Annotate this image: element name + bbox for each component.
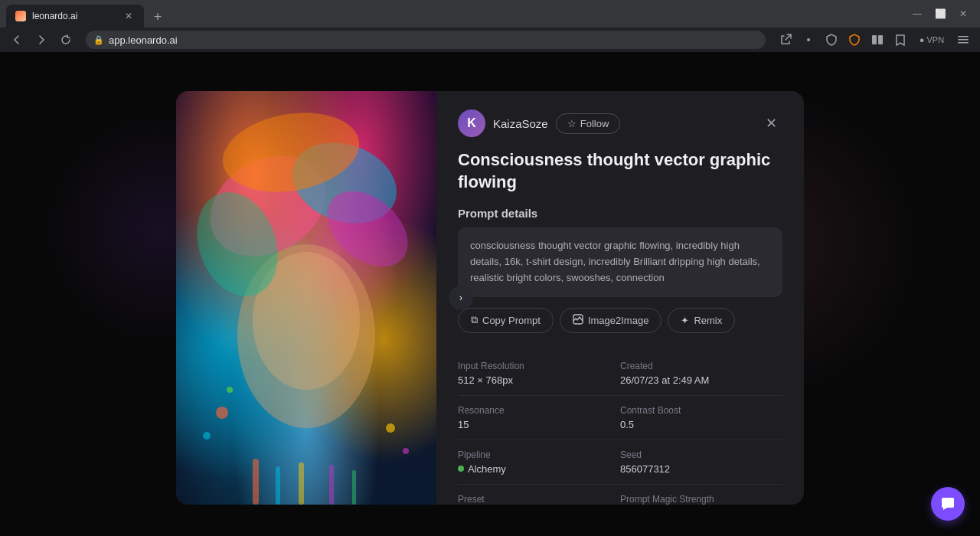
prompt-details-label: Prompt details [458, 207, 782, 220]
svg-rect-1 [872, 35, 877, 44]
svg-point-19 [203, 432, 211, 440]
notification-icon[interactable] [844, 29, 865, 51]
action-buttons: ⧉ Copy Prompt Image2Image ✦ Remix [458, 308, 782, 333]
address-bar[interactable]: 🔒 app.leonardo.ai [86, 31, 766, 49]
remix-button[interactable]: ✦ Remix [668, 308, 735, 333]
metadata-item: Resonance15 [458, 396, 620, 440]
svg-rect-4 [958, 39, 969, 41]
maximize-button[interactable]: ⬜ [929, 3, 951, 25]
lock-icon: 🔒 [93, 35, 104, 45]
svg-rect-13 [253, 459, 259, 505]
metadata-item: Seed856077312 [620, 440, 782, 485]
i2i-icon [573, 314, 583, 327]
metadata-label: Created [620, 361, 782, 371]
tab-favicon [15, 11, 26, 21]
user-info: K KaizaSoze ☆ Follow [458, 109, 620, 137]
share-button[interactable] [775, 29, 796, 51]
image2image-button[interactable]: Image2Image [560, 308, 662, 333]
svg-rect-5 [958, 42, 969, 44]
metadata-item: Prompt Magic Strength0.5 [620, 485, 782, 505]
metadata-value: 26/07/23 at 2:49 AM [620, 374, 782, 386]
svg-rect-16 [329, 465, 334, 505]
sidebar-toggle[interactable] [867, 29, 888, 51]
close-window-button[interactable]: ✕ [952, 3, 974, 25]
artwork-title: Consciousness thought vector graphic flo… [458, 149, 782, 193]
svg-point-20 [386, 423, 395, 433]
brave-shield-icon[interactable] [821, 29, 842, 51]
metadata-item: Contrast Boost0.5 [620, 396, 782, 440]
chat-button[interactable] [931, 487, 965, 521]
svg-point-21 [403, 448, 409, 454]
metadata-value: 856077312 [620, 463, 782, 475]
username: KaizaSoze [493, 117, 548, 130]
metadata-label: Prompt Magic Strength [620, 494, 782, 505]
browser-chrome: leonardo.ai ✕ + — ⬜ ✕ 🔒 app.leonardo.ai [0, 0, 980, 52]
metadata-item: Input Resolution512 × 768px [458, 351, 620, 396]
minimize-button[interactable]: — [906, 3, 928, 25]
metadata-value: 0.5 [620, 419, 782, 430]
modal-detail-panel: K KaizaSoze ☆ Follow ✕ Consciousness tho… [436, 91, 804, 505]
metadata-value: 512 × 768px [458, 374, 620, 386]
avatar: K [458, 109, 485, 137]
forward-button[interactable] [31, 29, 52, 51]
svg-rect-2 [878, 35, 883, 44]
metadata-label: Input Resolution [458, 361, 620, 371]
metadata-item: PresetDynamic [458, 485, 620, 505]
prompt-box: consciousness thought vector graphic flo… [458, 227, 782, 296]
tab-bar: leonardo.ai ✕ + — ⬜ ✕ [0, 0, 980, 28]
extensions-button[interactable] [798, 29, 819, 51]
metadata-label: Preset [458, 494, 620, 505]
modal-overlay: ‹ [0, 52, 980, 536]
nav-actions: ● VPN [775, 29, 974, 51]
metadata-value: 15 [458, 419, 620, 430]
svg-rect-14 [276, 466, 280, 505]
bookmark-button[interactable] [890, 29, 911, 51]
artwork-image [176, 91, 436, 505]
address-text: app.leonardo.ai [109, 34, 758, 46]
copy-icon: ⧉ [471, 314, 478, 326]
svg-rect-3 [958, 36, 969, 38]
image-detail-modal: ‹ [176, 91, 804, 505]
tab-close-button[interactable]: ✕ [122, 10, 135, 22]
close-modal-button[interactable]: ✕ [760, 112, 782, 135]
metadata-label: Resonance [458, 405, 620, 416]
tab-title: leonardo.ai [32, 11, 116, 21]
menu-button[interactable] [952, 29, 974, 51]
metadata-label: Contrast Boost [620, 405, 782, 416]
modal-header: K KaizaSoze ☆ Follow ✕ [458, 109, 782, 137]
next-image-button[interactable]: › [449, 286, 473, 310]
svg-point-18 [216, 407, 228, 419]
metadata-item: PipelineAlchemy [458, 440, 620, 485]
remix-icon: ✦ [681, 315, 689, 326]
metadata-item: Created26/07/23 at 2:49 AM [620, 351, 782, 396]
svg-rect-15 [299, 462, 304, 505]
nav-bar: 🔒 app.leonardo.ai ● VPN [0, 28, 980, 52]
svg-rect-17 [352, 470, 356, 505]
back-button[interactable] [6, 29, 28, 51]
prompt-text: consciousness thought vector graphic flo… [470, 238, 770, 286]
metadata-label: Seed [620, 449, 782, 460]
follow-button[interactable]: ☆ Follow [556, 113, 621, 134]
new-tab-button[interactable]: + [147, 6, 168, 28]
active-tab[interactable]: leonardo.ai ✕ [6, 5, 144, 28]
metadata-grid: Input Resolution512 × 768pxCreated26/07/… [458, 351, 782, 505]
follow-star-icon: ☆ [567, 118, 577, 129]
copy-prompt-button[interactable]: ⧉ Copy Prompt [458, 308, 554, 333]
svg-point-22 [227, 387, 233, 393]
refresh-button[interactable] [55, 29, 77, 51]
svg-point-0 [807, 38, 810, 41]
modal-image-side: ‹ [176, 91, 436, 505]
metadata-label: Pipeline [458, 449, 620, 460]
vpn-badge[interactable]: ● VPN [913, 29, 951, 51]
metadata-value: Alchemy [458, 463, 620, 475]
alchemy-indicator [458, 466, 464, 472]
main-content: ‹ [0, 52, 980, 536]
